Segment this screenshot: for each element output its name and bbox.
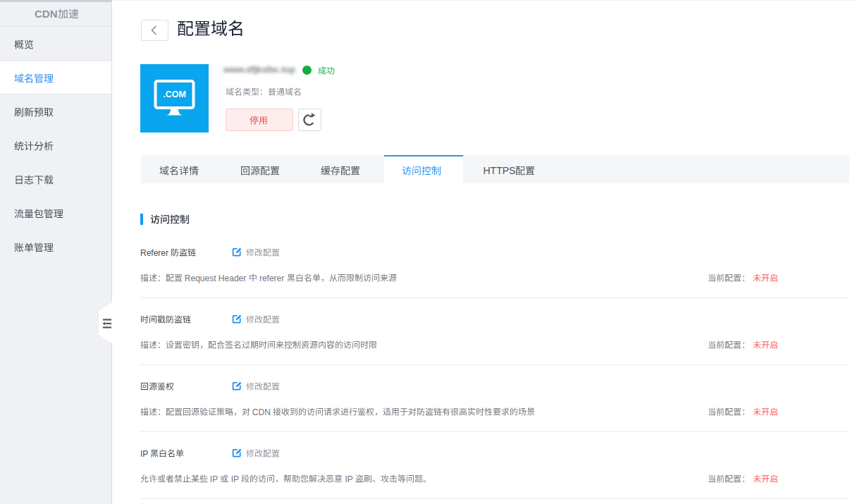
svg-text:.COM: .COM <box>163 90 186 99</box>
